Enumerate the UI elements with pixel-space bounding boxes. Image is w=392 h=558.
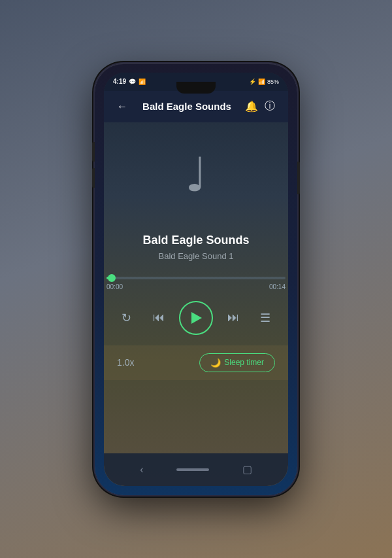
phone-frame: 4:19 💬 📶 ⚡ 📶 85% ← Bald Eagle Sounds 🔔 ⓘ [95, 63, 297, 495]
message-icon: 💬 [129, 78, 136, 85]
bottom-controls-area: 1.0x 🌙 Sleep timer [104, 345, 288, 380]
playback-controls: ↻ ⏮ ⏭ ☰ [104, 301, 288, 335]
playback-speed[interactable]: 1.0x [117, 357, 134, 368]
back-button[interactable]: ← [113, 101, 131, 113]
nav-square-button[interactable]: ▢ [242, 463, 252, 476]
page-title: Bald Eagle Sounds [131, 101, 242, 112]
sleep-timer-label: Sleep timer [224, 358, 264, 367]
signal-icon: 📶 [258, 78, 265, 85]
progress-section[interactable]: 00:00 00:14 [104, 277, 288, 290]
progress-bar[interactable] [106, 277, 286, 279]
status-time: 4:19 [113, 78, 126, 85]
bottom-navigation: ‹ ▢ [104, 453, 288, 486]
current-time: 00:00 [106, 283, 123, 290]
album-art-area: ♩ [163, 142, 229, 207]
next-button[interactable]: ⏭ [221, 306, 245, 330]
content-area: ♩ Bald Eagle Sounds Bald Eagle Sound 1 0… [104, 122, 288, 453]
speed-sleep-row: 1.0x 🌙 Sleep timer [114, 353, 278, 372]
track-title: Bald Eagle Sounds [142, 234, 249, 247]
moon-icon: 🌙 [210, 358, 221, 368]
previous-button[interactable]: ⏮ [147, 306, 171, 330]
play-pause-button[interactable] [179, 301, 213, 335]
progress-times: 00:00 00:14 [106, 283, 286, 290]
repeat-button[interactable]: ↻ [115, 306, 139, 330]
sleep-timer-button[interactable]: 🌙 Sleep timer [199, 353, 275, 372]
wifi-icon: 📶 [139, 78, 146, 85]
music-note-icon: ♩ [185, 151, 207, 198]
notch [176, 82, 216, 94]
battery-icon: 85% [267, 78, 279, 85]
status-right: ⚡ 📶 85% [249, 78, 279, 85]
play-icon [191, 312, 202, 324]
screen-inner: ← Bald Eagle Sounds 🔔 ⓘ ♩ Bald Eagle Sou… [104, 91, 288, 453]
status-left: 4:19 💬 📶 [113, 78, 146, 85]
nav-back-button[interactable]: ‹ [140, 464, 143, 476]
bluetooth-icon: ⚡ [249, 78, 256, 85]
top-navigation-bar: ← Bald Eagle Sounds 🔔 ⓘ [104, 91, 288, 122]
progress-thumb[interactable] [108, 274, 116, 282]
total-time: 00:14 [269, 283, 286, 290]
info-icon[interactable]: ⓘ [261, 99, 279, 113]
playlist-button[interactable]: ☰ [253, 306, 277, 330]
track-subtitle: Bald Eagle Sound 1 [159, 251, 234, 261]
notification-bell-icon[interactable]: 🔔 [242, 100, 261, 113]
power-button[interactable] [297, 162, 300, 194]
vol-up-button[interactable] [92, 142, 95, 162]
vol-down-button[interactable] [92, 168, 95, 188]
phone-screen: 4:19 💬 📶 ⚡ 📶 85% ← Bald Eagle Sounds 🔔 ⓘ [104, 73, 288, 486]
home-indicator[interactable] [176, 468, 209, 471]
